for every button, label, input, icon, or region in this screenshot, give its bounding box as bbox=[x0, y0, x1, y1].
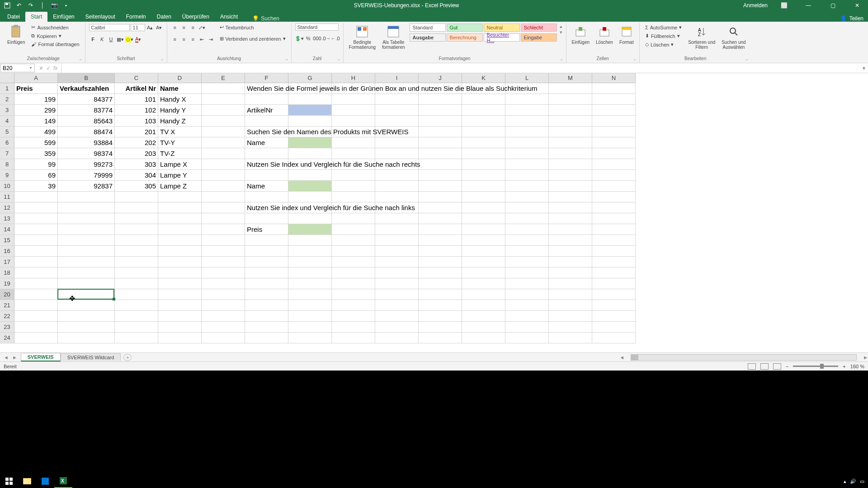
cell-D9[interactable]: Lampe Y bbox=[158, 170, 202, 181]
cell-D11[interactable] bbox=[158, 192, 202, 202]
tab-datei[interactable]: Datei bbox=[2, 12, 25, 22]
name-box[interactable]: B20▼ bbox=[0, 64, 35, 72]
row-header-7[interactable]: 7 bbox=[0, 148, 14, 159]
cell-A1[interactable]: Preis bbox=[14, 83, 58, 94]
cell-E21[interactable] bbox=[202, 300, 245, 311]
horizontal-scrollbar[interactable] bbox=[631, 354, 857, 361]
cell-C3[interactable]: 102 bbox=[115, 105, 158, 116]
cell-E4[interactable] bbox=[202, 116, 245, 127]
cell-B24[interactable] bbox=[58, 333, 115, 343]
cell-F4[interactable] bbox=[245, 116, 288, 127]
cell-L9[interactable] bbox=[505, 170, 549, 181]
cell-N23[interactable] bbox=[592, 322, 636, 333]
cell-K4[interactable] bbox=[462, 116, 505, 127]
cell-K9[interactable] bbox=[462, 170, 505, 181]
bold-button[interactable]: F bbox=[89, 35, 97, 43]
cell-F12[interactable]: Nutzen Sie index und Vergleich für die S… bbox=[245, 202, 288, 213]
cell-F6[interactable]: Name bbox=[245, 137, 288, 148]
cell-B2[interactable]: 84377 bbox=[58, 94, 115, 105]
cell-H16[interactable] bbox=[332, 246, 375, 257]
ribbon-options-icon[interactable]: ⬜ bbox=[776, 0, 792, 11]
sheet-nav-next-icon[interactable]: ► bbox=[12, 355, 17, 360]
cell-G4[interactable] bbox=[288, 116, 332, 127]
row-header-22[interactable]: 22 bbox=[0, 311, 14, 322]
cell-M22[interactable] bbox=[549, 311, 592, 322]
cell-E22[interactable] bbox=[202, 311, 245, 322]
column-header-J[interactable]: J bbox=[419, 73, 462, 83]
cell-K14[interactable] bbox=[462, 224, 505, 235]
cell-A12[interactable] bbox=[14, 202, 58, 213]
cell-H19[interactable] bbox=[332, 278, 375, 289]
cell-N14[interactable] bbox=[592, 224, 636, 235]
italic-button[interactable]: K bbox=[98, 35, 106, 43]
cell-D3[interactable]: Handy Y bbox=[158, 105, 202, 116]
sheet-tab-sverweis[interactable]: SVERWEIS bbox=[21, 353, 61, 361]
cell-C1[interactable]: Artikel Nr bbox=[115, 83, 158, 94]
cell-C18[interactable] bbox=[115, 267, 158, 278]
start-button[interactable] bbox=[0, 474, 18, 488]
fx-icon[interactable]: fx bbox=[53, 65, 57, 71]
close-button[interactable]: ✕ bbox=[849, 0, 865, 11]
view-break-icon[interactable] bbox=[773, 363, 781, 370]
cell-D20[interactable] bbox=[158, 289, 202, 300]
cell-B22[interactable] bbox=[58, 311, 115, 322]
cell-M8[interactable] bbox=[549, 159, 592, 170]
tray-volume-icon[interactable]: 🔊 bbox=[850, 479, 856, 484]
cell-F16[interactable] bbox=[245, 246, 288, 257]
orientation-icon[interactable]: ⤢▾ bbox=[198, 23, 206, 32]
cell-F10[interactable]: Name bbox=[245, 181, 288, 192]
cell-K23[interactable] bbox=[462, 322, 505, 333]
comma-icon[interactable]: 000 bbox=[313, 34, 321, 42]
tab-ueberpruefen[interactable]: Überprüfen bbox=[177, 12, 215, 22]
cell-B1[interactable]: Verkaufszahlen bbox=[58, 83, 115, 94]
tab-daten[interactable]: Daten bbox=[151, 12, 177, 22]
column-header-G[interactable]: G bbox=[288, 73, 332, 83]
cell-B11[interactable] bbox=[58, 192, 115, 202]
copy-button[interactable]: ⧉Kopieren ▾ bbox=[29, 32, 81, 40]
cell-I14[interactable] bbox=[375, 224, 419, 235]
cell-G20[interactable] bbox=[288, 289, 332, 300]
cell-H7[interactable] bbox=[332, 148, 375, 159]
cell-E11[interactable] bbox=[202, 192, 245, 202]
row-header-8[interactable]: 8 bbox=[0, 159, 14, 170]
row-header-16[interactable]: 16 bbox=[0, 246, 14, 257]
cell-H4[interactable] bbox=[332, 116, 375, 127]
cell-E3[interactable] bbox=[202, 105, 245, 116]
cell-M5[interactable] bbox=[549, 127, 592, 137]
cell-J5[interactable] bbox=[419, 127, 462, 137]
cell-N7[interactable] bbox=[592, 148, 636, 159]
cell-H15[interactable] bbox=[332, 235, 375, 246]
cell-D21[interactable] bbox=[158, 300, 202, 311]
cell-C15[interactable] bbox=[115, 235, 158, 246]
fill-button[interactable]: ⬇Füllbereich ▾ bbox=[643, 32, 684, 40]
cell-D4[interactable]: Handy Z bbox=[158, 116, 202, 127]
row-header-24[interactable]: 24 bbox=[0, 333, 14, 343]
zoom-level[interactable]: 160 % bbox=[850, 364, 864, 369]
cancel-formula-icon[interactable]: ✕ bbox=[39, 65, 43, 71]
cell-B10[interactable]: 92837 bbox=[58, 181, 115, 192]
cell-J20[interactable] bbox=[419, 289, 462, 300]
row-header-10[interactable]: 10 bbox=[0, 181, 14, 192]
cell-C13[interactable] bbox=[115, 213, 158, 224]
cell-F21[interactable] bbox=[245, 300, 288, 311]
cell-H21[interactable] bbox=[332, 300, 375, 311]
cell-A2[interactable]: 199 bbox=[14, 94, 58, 105]
cell-I2[interactable] bbox=[375, 94, 419, 105]
column-header-F[interactable]: F bbox=[245, 73, 288, 83]
cell-I3[interactable] bbox=[375, 105, 419, 116]
cell-E6[interactable] bbox=[202, 137, 245, 148]
decrease-decimal-icon[interactable]: ←.0 bbox=[331, 34, 340, 42]
cell-L14[interactable] bbox=[505, 224, 549, 235]
cell-A24[interactable] bbox=[14, 333, 58, 343]
cell-L12[interactable] bbox=[505, 202, 549, 213]
cell-A5[interactable]: 499 bbox=[14, 127, 58, 137]
cell-I13[interactable] bbox=[375, 213, 419, 224]
sheet-tab-wildcard[interactable]: SVERWEIS Wildcard bbox=[61, 353, 121, 361]
cell-H18[interactable] bbox=[332, 267, 375, 278]
cell-B14[interactable] bbox=[58, 224, 115, 235]
font-color-button[interactable]: A▾ bbox=[134, 35, 142, 43]
cell-H2[interactable] bbox=[332, 94, 375, 105]
style-neutral[interactable]: Neutral bbox=[484, 23, 520, 32]
cell-F17[interactable] bbox=[245, 257, 288, 267]
cell-K18[interactable] bbox=[462, 267, 505, 278]
